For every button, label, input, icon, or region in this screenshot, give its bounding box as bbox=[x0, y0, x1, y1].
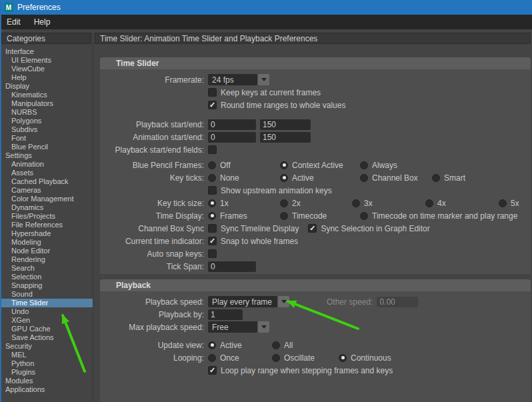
sidebar-item-hypershade[interactable]: Hypershade bbox=[0, 229, 93, 238]
snap-whole-frames-label[interactable]: Snap to whole frames bbox=[221, 237, 298, 246]
key-tick-size-1x-label[interactable]: 1x bbox=[220, 199, 229, 208]
looping-oscillate-label[interactable]: Oscillate bbox=[284, 353, 315, 363]
sidebar-item-font[interactable]: Font bbox=[0, 134, 93, 143]
sidebar-item-polygons[interactable]: Polygons bbox=[0, 117, 93, 125]
round-time-label[interactable]: Round time ranges to whole values bbox=[221, 101, 345, 110]
key-ticks-none-radio[interactable] bbox=[208, 174, 216, 182]
playback-end-input[interactable] bbox=[260, 119, 311, 130]
update-view-active-label[interactable]: Active bbox=[220, 341, 242, 350]
sync-timeline-label[interactable]: Sync Timeline Display bbox=[221, 224, 299, 233]
playback-speed-dropdown[interactable]: Play every frame bbox=[208, 296, 289, 307]
time-display-frames-radio[interactable] bbox=[208, 212, 216, 220]
menu-help[interactable]: Help bbox=[27, 15, 57, 29]
menu-edit[interactable]: Edit bbox=[0, 15, 27, 29]
sync-graph-editor-label[interactable]: Sync Selection in Graph Editor bbox=[321, 224, 429, 233]
key-ticks-channel-box-label[interactable]: Channel Box bbox=[372, 173, 418, 183]
playback-fields-checkbox[interactable] bbox=[208, 145, 217, 154]
sidebar-item-modules[interactable]: Modules bbox=[0, 377, 93, 385]
playback-by-input[interactable] bbox=[208, 309, 243, 320]
tick-span-input[interactable] bbox=[208, 261, 256, 272]
key-ticks-smart-label[interactable]: Smart bbox=[444, 173, 465, 183]
sidebar-item-python[interactable]: Python bbox=[0, 359, 93, 368]
max-playback-speed-dropdown[interactable]: Free bbox=[208, 321, 269, 333]
sidebar-item-save-actions[interactable]: Save Actions bbox=[0, 333, 93, 342]
blue-pencil-context-radio[interactable] bbox=[280, 161, 288, 169]
key-tick-size-5x-label[interactable]: 5x bbox=[511, 199, 519, 208]
looping-once-radio[interactable] bbox=[208, 354, 216, 362]
update-view-all-label[interactable]: All bbox=[284, 341, 293, 350]
sidebar-item-settings[interactable]: Settings bbox=[0, 151, 93, 160]
sidebar-item-interface[interactable]: Interface bbox=[0, 47, 93, 56]
key-ticks-none-label[interactable]: None bbox=[220, 173, 239, 183]
playback-start-input[interactable] bbox=[208, 119, 256, 130]
max-playback-speed-value[interactable]: Free bbox=[208, 321, 257, 333]
sidebar-item-assets[interactable]: Assets bbox=[0, 169, 93, 177]
sidebar-item-rendering[interactable]: Rendering bbox=[0, 255, 93, 264]
sidebar-item-blue-pencil[interactable]: Blue Pencil bbox=[0, 143, 93, 151]
sidebar-item-gpu-cache[interactable]: GPU Cache bbox=[0, 325, 93, 333]
looping-continuous-radio[interactable] bbox=[339, 354, 347, 362]
sidebar-item-display[interactable]: Display bbox=[0, 82, 93, 91]
key-tick-size-2x-radio[interactable] bbox=[280, 199, 288, 207]
sync-timeline-checkbox[interactable] bbox=[208, 224, 217, 233]
sidebar-item-viewcube[interactable]: ViewCube bbox=[0, 65, 93, 73]
key-ticks-active-radio[interactable] bbox=[280, 174, 288, 182]
max-playback-speed-dropdown-arrow-icon[interactable] bbox=[258, 321, 269, 333]
sidebar-item-selection[interactable]: Selection bbox=[0, 273, 93, 281]
keep-keys-checkbox[interactable] bbox=[208, 88, 217, 97]
sidebar-item-applications[interactable]: Applications bbox=[0, 385, 93, 394]
blue-pencil-context-label[interactable]: Context Active bbox=[292, 161, 343, 170]
show-upstream-checkbox[interactable] bbox=[208, 186, 217, 195]
time-slider-group-header[interactable]: Time Slider bbox=[100, 57, 531, 69]
looping-continuous-label[interactable]: Continuous bbox=[351, 353, 391, 363]
sidebar-item-undo[interactable]: Undo bbox=[0, 307, 93, 316]
key-tick-size-5x-radio[interactable] bbox=[499, 199, 507, 207]
playback-group-header[interactable]: Playback bbox=[100, 279, 531, 291]
sidebar-item-color-management[interactable]: Color Management bbox=[0, 195, 93, 203]
sidebar-item-ui-elements[interactable]: UI Elements bbox=[0, 56, 93, 65]
time-display-timecode-radio[interactable] bbox=[280, 212, 288, 220]
sidebar-item-snapping[interactable]: Snapping bbox=[0, 281, 93, 290]
framerate-value[interactable]: 24 fps bbox=[208, 74, 257, 85]
snap-whole-frames-checkbox[interactable] bbox=[208, 237, 217, 245]
keep-keys-label[interactable]: Keep keys at current frames bbox=[221, 88, 321, 97]
sidebar-item-help[interactable]: Help bbox=[0, 73, 93, 82]
sidebar-item-file-references[interactable]: File References bbox=[0, 221, 93, 229]
sidebar-item-modeling[interactable]: Modeling bbox=[0, 238, 93, 247]
blue-pencil-off-label[interactable]: Off bbox=[220, 161, 231, 170]
sync-graph-editor-checkbox[interactable] bbox=[308, 224, 317, 233]
framerate-dropdown-arrow-icon[interactable] bbox=[258, 74, 269, 85]
sidebar-item-animation[interactable]: Animation bbox=[0, 160, 93, 169]
time-display-frames-label[interactable]: Frames bbox=[220, 211, 247, 221]
key-tick-size-2x-label[interactable]: 2x bbox=[292, 199, 301, 208]
time-display-timecode-marker-radio[interactable] bbox=[360, 212, 368, 220]
sidebar-item-manipulators[interactable]: Manipulators bbox=[0, 99, 93, 108]
sidebar-item-mel[interactable]: MEL bbox=[0, 351, 93, 359]
sidebar-item-security[interactable]: Security bbox=[0, 342, 93, 351]
blue-pencil-always-label[interactable]: Always bbox=[372, 161, 397, 170]
key-tick-size-4x-label[interactable]: 4x bbox=[437, 199, 446, 208]
time-display-timecode-marker-label[interactable]: Timecode on time marker and play range bbox=[372, 211, 517, 221]
blue-pencil-off-radio[interactable] bbox=[208, 161, 216, 169]
sidebar-item-search[interactable]: Search bbox=[0, 264, 93, 273]
round-time-checkbox[interactable] bbox=[208, 101, 217, 109]
blue-pencil-always-radio[interactable] bbox=[360, 161, 368, 169]
loop-play-range-label[interactable]: Loop play range when stepping frames and… bbox=[221, 366, 393, 375]
sidebar-item-dynamics[interactable]: Dynamics bbox=[0, 203, 93, 212]
sidebar-item-files-projects[interactable]: Files/Projects bbox=[0, 212, 93, 221]
sidebar-item-node-editor[interactable]: Node Editor bbox=[0, 247, 93, 255]
show-upstream-label[interactable]: Show upstream animation keys bbox=[221, 186, 332, 195]
auto-snap-checkbox[interactable] bbox=[208, 249, 217, 258]
framerate-dropdown[interactable]: 24 fps bbox=[208, 74, 269, 85]
sidebar-item-subdivs[interactable]: Subdivs bbox=[0, 125, 93, 134]
animation-end-input[interactable] bbox=[260, 132, 311, 143]
sidebar-item-cached-playback[interactable]: Cached Playback bbox=[0, 177, 93, 186]
looping-oscillate-radio[interactable] bbox=[272, 354, 280, 362]
key-tick-size-4x-radio[interactable] bbox=[425, 199, 433, 207]
key-ticks-channel-box-radio[interactable] bbox=[360, 174, 368, 182]
sidebar-item-time-slider[interactable]: Time Slider bbox=[0, 299, 93, 307]
sidebar-item-cameras[interactable]: Cameras bbox=[0, 186, 93, 195]
key-ticks-smart-radio[interactable] bbox=[432, 174, 440, 182]
update-view-all-radio[interactable] bbox=[272, 341, 280, 349]
key-tick-size-3x-label[interactable]: 3x bbox=[364, 199, 373, 208]
